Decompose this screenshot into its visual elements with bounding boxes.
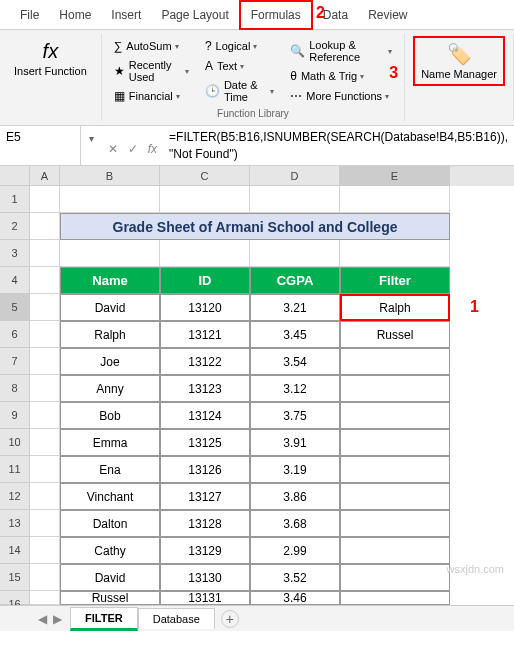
cell-cgpa[interactable]: 3.68 [250, 510, 340, 537]
row-header[interactable]: 16 [0, 591, 30, 605]
row-header[interactable]: 12 [0, 483, 30, 510]
sheet-next-icon[interactable]: ▶ [53, 612, 62, 626]
col-header-A[interactable]: A [30, 166, 60, 186]
more-functions-dropdown[interactable]: ⋯ More Functions▾ [286, 87, 396, 105]
cell[interactable] [160, 186, 250, 213]
col-header-D[interactable]: D [250, 166, 340, 186]
formula-input[interactable]: =FILTER(B5:B16,ISNUMBER(SEARCH(Database!… [163, 126, 514, 166]
cell-filter[interactable] [340, 483, 450, 510]
cell-cgpa[interactable]: 3.75 [250, 402, 340, 429]
cell[interactable] [30, 591, 60, 605]
row-header[interactable]: 1 [0, 186, 30, 213]
row-header[interactable]: 14 [0, 537, 30, 564]
cell-filter[interactable] [340, 510, 450, 537]
cell[interactable] [30, 510, 60, 537]
cell[interactable] [30, 456, 60, 483]
row-header[interactable]: 15 [0, 564, 30, 591]
header-name[interactable]: Name [60, 267, 160, 294]
cell-cgpa[interactable]: 3.91 [250, 429, 340, 456]
cell[interactable] [30, 537, 60, 564]
cell-id[interactable]: 13122 [160, 348, 250, 375]
cell-id[interactable]: 13131 [160, 591, 250, 605]
tab-formulas[interactable]: Formulas 2 [239, 0, 313, 30]
row-header[interactable]: 11 [0, 456, 30, 483]
cell-name[interactable]: Joe [60, 348, 160, 375]
cell-id[interactable]: 13121 [160, 321, 250, 348]
sheet-tab-database[interactable]: Database [138, 608, 215, 629]
text-dropdown[interactable]: A Text▾ [201, 57, 278, 75]
cell-id[interactable]: 13126 [160, 456, 250, 483]
col-header-E[interactable]: E [340, 166, 450, 186]
cell-cgpa[interactable]: 3.86 [250, 483, 340, 510]
cell-filter[interactable] [340, 537, 450, 564]
financial-dropdown[interactable]: ▦ Financial▾ [110, 87, 193, 105]
row-header[interactable]: 2 [0, 213, 30, 240]
cell[interactable] [30, 564, 60, 591]
cell-name[interactable]: Ralph [60, 321, 160, 348]
cell[interactable] [30, 294, 60, 321]
cell-id[interactable]: 13125 [160, 429, 250, 456]
cell[interactable] [30, 321, 60, 348]
sheet-title[interactable]: Grade Sheet of Armani School and College [60, 213, 450, 240]
tab-page-layout[interactable]: Page Layout [151, 2, 238, 28]
cell[interactable] [340, 186, 450, 213]
row-header[interactable]: 13 [0, 510, 30, 537]
cell[interactable] [250, 186, 340, 213]
cell-id[interactable]: 13130 [160, 564, 250, 591]
cell[interactable] [30, 240, 60, 267]
date-time-dropdown[interactable]: 🕒 Date & Time▾ [201, 77, 278, 105]
header-filter[interactable]: Filter [340, 267, 450, 294]
cell[interactable] [30, 402, 60, 429]
cell-cgpa[interactable]: 3.52 [250, 564, 340, 591]
name-box[interactable]: E5 [0, 126, 81, 165]
cell-name[interactable]: Emma [60, 429, 160, 456]
cell-cgpa[interactable]: 2.99 [250, 537, 340, 564]
cell-cgpa[interactable]: 3.21 [250, 294, 340, 321]
row-header[interactable]: 10 [0, 429, 30, 456]
tab-insert[interactable]: Insert [101, 2, 151, 28]
cell-name[interactable]: Bob [60, 402, 160, 429]
sheet-tab-filter[interactable]: FILTER [70, 607, 138, 631]
cell[interactable] [30, 348, 60, 375]
cell-filter[interactable] [340, 564, 450, 591]
cell-name[interactable]: David [60, 564, 160, 591]
cell-name[interactable]: Cathy [60, 537, 160, 564]
cell-cgpa[interactable]: 3.12 [250, 375, 340, 402]
cell-cgpa[interactable]: 3.54 [250, 348, 340, 375]
cell[interactable] [250, 240, 340, 267]
namebox-chevron-icon[interactable]: ▾ [81, 126, 102, 144]
cell-filter[interactable]: Russel [340, 321, 450, 348]
cell-cgpa[interactable]: 3.45 [250, 321, 340, 348]
sheet-prev-icon[interactable]: ◀ [38, 612, 47, 626]
cell-id[interactable]: 13120 [160, 294, 250, 321]
col-header-C[interactable]: C [160, 166, 250, 186]
cell-name[interactable]: Anny [60, 375, 160, 402]
header-id[interactable]: ID [160, 267, 250, 294]
cell[interactable] [60, 186, 160, 213]
cancel-icon[interactable]: ✕ [108, 142, 118, 156]
cell[interactable] [160, 240, 250, 267]
fx-icon[interactable]: fx [148, 142, 157, 156]
cell-filter[interactable] [340, 456, 450, 483]
cell-filter[interactable] [340, 402, 450, 429]
col-header-B[interactable]: B [60, 166, 160, 186]
cell[interactable] [30, 186, 60, 213]
cell[interactable] [30, 483, 60, 510]
cell[interactable] [30, 267, 60, 294]
cell-cgpa[interactable]: 3.46 [250, 591, 340, 605]
math-trig-dropdown[interactable]: θ Math & Trig▾ [286, 67, 396, 85]
row-header[interactable]: 9 [0, 402, 30, 429]
row-header[interactable]: 6 [0, 321, 30, 348]
cell-id[interactable]: 13123 [160, 375, 250, 402]
cell[interactable] [30, 213, 60, 240]
header-cgpa[interactable]: CGPA [250, 267, 340, 294]
recently-used-dropdown[interactable]: ★ Recently Used▾ [110, 57, 193, 85]
cell-cgpa[interactable]: 3.19 [250, 456, 340, 483]
logical-dropdown[interactable]: ? Logical▾ [201, 37, 278, 55]
cell-name[interactable]: David [60, 294, 160, 321]
row-header[interactable]: 8 [0, 375, 30, 402]
cell[interactable] [30, 375, 60, 402]
cell-id[interactable]: 13127 [160, 483, 250, 510]
cell-filter[interactable] [340, 348, 450, 375]
tab-file[interactable]: File [10, 2, 49, 28]
